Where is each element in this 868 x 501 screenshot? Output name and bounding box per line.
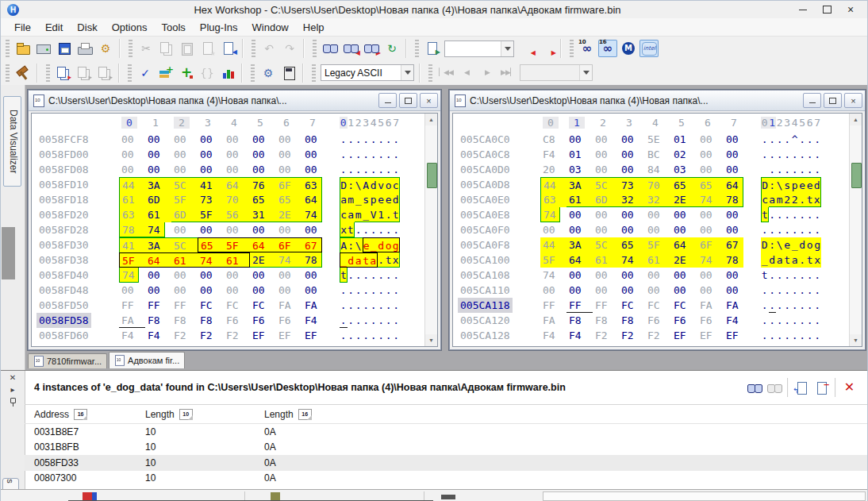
ascii-char[interactable]: . (363, 328, 371, 343)
hex-byte[interactable]: 00 (671, 268, 697, 283)
hex-byte[interactable]: 65 (276, 192, 302, 207)
hex-byte[interactable]: 00 (645, 283, 671, 298)
ascii-char[interactable]: p (791, 177, 799, 192)
ascii-char[interactable]: . (363, 313, 371, 328)
hex-byte[interactable]: 00 (276, 268, 302, 283)
hex-byte[interactable]: BC (645, 147, 671, 162)
hex-byte[interactable]: 00 (302, 222, 328, 237)
hex-byte[interactable]: 61 (145, 207, 171, 222)
add-bookmark-button[interactable] (156, 64, 175, 82)
hex-byte[interactable]: 00 (697, 222, 724, 237)
hex-byte[interactable]: 00 (593, 162, 619, 177)
ascii-char[interactable]: . (363, 147, 371, 162)
ascii-char[interactable]: e (378, 192, 386, 207)
vertical-scrollbar[interactable]: ▲▼ (849, 114, 862, 346)
nav-next-button[interactable]: ▶ (478, 64, 497, 82)
ascii-char[interactable]: _ (355, 192, 363, 207)
ascii-char[interactable]: d (393, 192, 401, 207)
document-tab[interactable]: Адвокам fir... (109, 352, 185, 368)
ascii-char[interactable]: . (385, 298, 393, 313)
hex-byte[interactable]: 56 (224, 207, 250, 222)
hex-byte[interactable]: 00 (250, 268, 276, 283)
hex-byte[interactable]: 00 (145, 268, 171, 283)
ascii-char[interactable]: t (363, 252, 371, 268)
hex-byte[interactable]: 00 (697, 162, 724, 177)
hex-byte[interactable]: 00 (593, 268, 619, 283)
ascii-char[interactable]: . (393, 283, 401, 298)
results-expand-icon[interactable]: ▸ (6, 384, 19, 395)
minimize-button[interactable] (791, 2, 815, 17)
ascii-char[interactable]: . (769, 283, 777, 298)
options-button[interactable]: ⚙ (259, 64, 278, 82)
hex-byte[interactable]: 00 (224, 132, 250, 147)
ascii-char[interactable]: o (385, 177, 393, 192)
hex-byte[interactable]: F4 (540, 328, 567, 343)
hex-byte[interactable]: F4 (540, 147, 567, 162)
ascii-char[interactable]: . (355, 313, 363, 328)
decimal-offsets-button[interactable]: ∞10 (578, 40, 597, 57)
hex-byte[interactable]: 65 (619, 237, 645, 252)
ascii-char[interactable]: . (769, 328, 777, 343)
hex-byte[interactable]: 6D (171, 207, 198, 222)
hex-byte[interactable]: 74 (697, 252, 724, 268)
ascii-char[interactable]: . (385, 147, 393, 162)
hex-byte[interactable]: C8 (540, 132, 567, 147)
pane-close-button[interactable]: × (420, 93, 438, 108)
hex-byte[interactable]: 20 (540, 162, 567, 177)
hex-byte[interactable]: 00 (724, 207, 750, 222)
ascii-char[interactable]: . (363, 298, 371, 313)
hex-byte[interactable]: 3A (145, 177, 171, 192)
ascii-char[interactable]: . (378, 328, 386, 343)
ascii-char[interactable]: . (799, 147, 807, 162)
results-column-header[interactable]: Length10 (145, 409, 264, 420)
ascii-char[interactable]: _ (340, 252, 348, 268)
hex-byte[interactable]: 00 (619, 222, 645, 237)
hex-byte[interactable]: 74 (276, 252, 302, 268)
results-find-next-icon[interactable] (765, 380, 783, 395)
hex-byte[interactable]: 65 (198, 237, 224, 252)
hex-byte[interactable]: 00 (302, 147, 328, 162)
hex-byte[interactable]: 64 (567, 252, 593, 268)
hex-byte[interactable]: FC (250, 298, 276, 313)
ascii-char[interactable]: a (370, 252, 378, 268)
hex-byte[interactable]: 00 (619, 162, 645, 177)
menu-tools[interactable]: Tools (154, 19, 192, 36)
ascii-char[interactable]: . (378, 222, 386, 237)
ascii-char[interactable]: . (791, 162, 799, 177)
scroll-down-icon[interactable]: ▼ (425, 334, 437, 346)
hex-byte[interactable]: 00 (224, 222, 250, 237)
ascii-char[interactable]: . (393, 132, 401, 147)
menu-plug-ins[interactable]: Plug-Ins (193, 19, 245, 36)
ascii-char[interactable]: . (784, 283, 792, 298)
ascii-char[interactable]: . (355, 298, 363, 313)
ascii-char[interactable]: _ (791, 237, 799, 252)
hex-byte[interactable]: F6 (224, 313, 250, 328)
hex-byte[interactable]: 00 (567, 222, 593, 237)
hex-byte[interactable]: 00 (619, 132, 645, 147)
ascii-char[interactable]: . (814, 147, 822, 162)
ascii-char[interactable]: v (378, 177, 386, 192)
tools-button[interactable] (13, 64, 33, 82)
menu-options[interactable]: Options (105, 19, 155, 36)
hex-byte[interactable]: F2 (593, 328, 619, 343)
hex-byte[interactable]: F8 (198, 313, 224, 328)
ascii-char[interactable]: e (806, 177, 814, 192)
hex-byte[interactable]: 61 (224, 252, 250, 268)
ascii-char[interactable]: . (776, 298, 784, 313)
hex-byte[interactable]: 5F (645, 237, 671, 252)
ascii-char[interactable]: _ (370, 237, 378, 252)
ascii-char[interactable]: . (776, 147, 784, 162)
hex-byte[interactable]: 00 (198, 268, 224, 283)
ascii-char[interactable]: . (769, 132, 777, 147)
hex-offsets-button[interactable]: ∞16 (598, 40, 617, 57)
hex-byte[interactable]: FC (224, 298, 250, 313)
ascii-char[interactable]: . (799, 162, 807, 177)
checksum-button[interactable]: ✓ (136, 64, 155, 82)
hex-byte[interactable]: 00 (593, 147, 619, 162)
ascii-char[interactable]: . (814, 207, 822, 222)
hex-byte[interactable]: 00 (250, 162, 276, 177)
hex-byte[interactable]: 00 (302, 268, 328, 283)
ascii-char[interactable]: _ (363, 207, 371, 222)
hex-byte[interactable]: 5E (645, 132, 671, 147)
ascii-char[interactable]: s (363, 192, 371, 207)
